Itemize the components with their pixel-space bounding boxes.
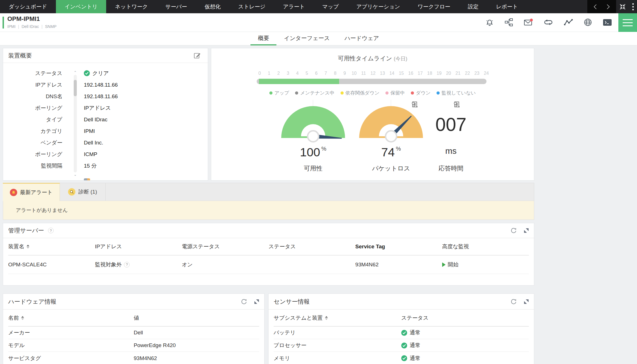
col-hw-value[interactable]: 値: [134, 310, 259, 326]
alert-section: 最新アラート 診断 (1) アラートがありません: [3, 183, 534, 220]
edit-icon[interactable]: [194, 52, 201, 59]
chevron-left-icon[interactable]: [593, 3, 598, 10]
timeline-tick: 19: [435, 71, 443, 76]
kebab-menu-icon[interactable]: [629, 0, 637, 13]
device-protocols: IPMI | Dell IDrac | SNMP: [7, 24, 56, 29]
sensor-status-text: 通常: [410, 355, 420, 362]
nav-item-server[interactable]: サーバー: [157, 0, 196, 13]
availability-timeline-bar[interactable]: [257, 79, 487, 84]
hw-value: Dell: [134, 330, 143, 336]
help-icon[interactable]: ?: [124, 262, 130, 267]
tab-hardware[interactable]: ハードウェア: [337, 32, 386, 45]
alarm-bell-icon[interactable]: [485, 18, 494, 27]
col-subsystem[interactable]: サブシステムと装置: [274, 310, 401, 326]
sort-icon: [325, 316, 328, 320]
collapse-icon[interactable]: [616, 0, 629, 13]
chevron-right-icon[interactable]: [606, 3, 610, 10]
nav-item-virtualization[interactable]: 仮想化: [196, 0, 229, 13]
tab-interfaces[interactable]: インターフェース: [276, 32, 337, 45]
nav-item-storage[interactable]: ストレージ: [229, 0, 274, 13]
nav-item-dashboard[interactable]: ダッシュボード: [0, 0, 56, 13]
nav-item-workflow[interactable]: ワークフロー: [409, 0, 459, 13]
divider: |: [18, 24, 19, 29]
sort-icon: [21, 316, 24, 320]
sensor-title: センサー情報: [274, 298, 309, 306]
sensor-row-memory-status: 通常: [401, 352, 529, 364]
availability-number: 100: [300, 145, 320, 159]
nav-item-reports[interactable]: レポート: [487, 0, 527, 13]
nav-item-maps[interactable]: マップ: [314, 0, 348, 13]
response-time-value: 007: [417, 114, 485, 135]
terminal-icon[interactable]: [603, 18, 612, 27]
col-ip-address[interactable]: IPアドレス: [95, 238, 182, 255]
scroll-down-icon[interactable]: ⌄: [73, 173, 77, 176]
nav-item-settings[interactable]: 設定: [459, 0, 487, 13]
nav-item-network[interactable]: ネットワーク: [106, 0, 156, 13]
field-label: DNS名: [3, 93, 62, 100]
sync-loop-icon[interactable]: [543, 18, 553, 27]
col-sensor-status[interactable]: ステータス: [401, 310, 529, 326]
mail-notification-icon[interactable]: [523, 18, 533, 27]
timeline-tick: 12: [369, 71, 377, 76]
response-time-unit: ms: [417, 146, 485, 156]
col-hw-name[interactable]: 名前: [8, 310, 134, 326]
col-service-tag-label: Service Tag: [355, 244, 385, 250]
field-value: Dell IDrac: [84, 117, 107, 123]
field-value: ICMP: [84, 151, 97, 157]
nav-item-alerts[interactable]: アラート: [274, 0, 313, 13]
nav-items: ダッシュボード インベントリ ネットワーク サーバー 仮想化 ストレージ アラー…: [0, 0, 527, 13]
field-value: Dell Inc.: [84, 140, 103, 146]
timeline-tick: 4: [294, 71, 301, 76]
management-title: 管理サーバー: [8, 227, 44, 234]
cell-device-name[interactable]: OPM-SCALE4C: [8, 255, 95, 274]
expand-icon[interactable]: [254, 299, 259, 304]
top-nav: ダッシュボード インベントリ ネットワーク サーバー 仮想化 ストレージ アラー…: [0, 0, 637, 13]
refresh-icon[interactable]: [510, 298, 517, 305]
col-service-tag[interactable]: Service Tag: [355, 238, 442, 255]
field-value: 192.148.11.66: [84, 93, 118, 100]
tab-diagnostics[interactable]: 診断 (1): [60, 183, 106, 201]
status-ok-icon: [401, 343, 407, 348]
hw-name: メーカー: [8, 329, 30, 336]
sensor-row-battery-status: 通常: [401, 326, 529, 339]
field-row-vendor: ベンダー Dell Inc.: [3, 137, 208, 148]
report-icon[interactable]: [453, 101, 461, 108]
sensor-row-battery-name: バッテリ: [274, 326, 401, 339]
legend-label: 依存関係ダウン: [346, 90, 379, 96]
workflow-icon[interactable]: [504, 18, 513, 27]
tab-overview[interactable]: 概要: [250, 32, 276, 45]
timeline-tick: 11: [360, 71, 367, 76]
expand-icon[interactable]: [524, 228, 529, 233]
expand-icon[interactable]: [524, 299, 529, 304]
field-value: クリア: [84, 70, 109, 77]
timeline-tick: 1: [265, 71, 273, 76]
tab-latest-alerts[interactable]: 最新アラート: [3, 183, 60, 201]
summary-scrollbar-thumb[interactable]: [74, 80, 77, 96]
globe-icon[interactable]: [583, 18, 592, 27]
refresh-icon[interactable]: [241, 298, 247, 305]
col-status-label: ステータス: [269, 243, 296, 250]
availability-title-text: 可用性タイムライン: [338, 55, 392, 62]
col-device-name[interactable]: 装置名: [8, 238, 95, 255]
sensor-status-text: 通常: [410, 342, 420, 349]
nav-item-applications[interactable]: アプリケーション: [348, 0, 409, 13]
hardware-panel-actions: [241, 294, 259, 309]
clipped-row-icon: [84, 178, 90, 181]
start-button-label[interactable]: 開始: [448, 261, 459, 268]
help-icon[interactable]: ?: [48, 228, 54, 233]
report-icon[interactable]: [411, 101, 418, 108]
refresh-icon[interactable]: [510, 227, 517, 234]
scroll-up-icon[interactable]: ⌃: [73, 71, 77, 74]
start-play-icon[interactable]: [442, 262, 446, 267]
cell-ip-address: 監視対象外 ?: [95, 255, 182, 274]
col-power-status[interactable]: 電源ステータス: [182, 238, 269, 255]
col-status[interactable]: ステータス: [269, 238, 355, 255]
sparkline-chart-icon[interactable]: [564, 18, 573, 27]
sensor-panel-actions: [510, 294, 529, 309]
accent-bar: [3, 17, 4, 28]
ip-value: 監視対象外: [95, 261, 122, 268]
col-advanced-monitoring[interactable]: 高度な監視: [442, 238, 529, 255]
nav-item-inventory[interactable]: インベントリ: [56, 0, 106, 13]
hamburger-menu-button[interactable]: [618, 13, 637, 32]
legend-dot-up: [269, 91, 272, 95]
